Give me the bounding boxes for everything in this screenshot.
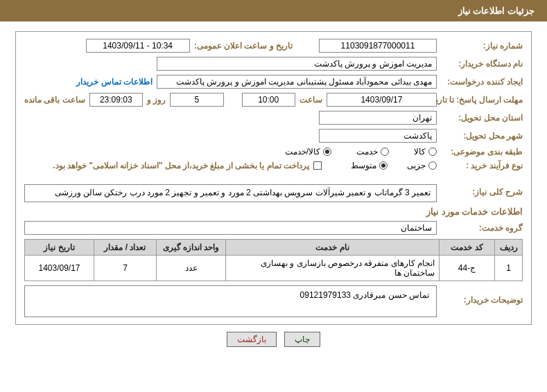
deadline-time-label: ساعت [299,95,322,105]
deadline-days-label: روز و [147,95,166,105]
radio-partial[interactable]: جزیی [407,161,437,170]
th-code: کد خدمت [440,240,495,256]
deadline-days: 5 [170,93,223,107]
need-summary-label: شرح کلی نیاز: [441,184,523,197]
need-number-value: 1103091877000011 [319,39,437,53]
requester-value: مهدی بیدائی محمودآباد مسئول پشتیبانی مدی… [157,75,437,89]
announce-value: 1403/09/11 - 10:34 [86,39,190,53]
buyer-notes-value: تماس حسن میرقادری 09121979133 [24,285,437,317]
need-number-label: شماره نیاز: [441,41,523,51]
deadline-label: مهلت ارسال پاسخ: تا تاریخ: [441,95,523,105]
table-header-row: ردیف کد خدمت نام خدمت واحد اندازه گیری ت… [25,240,523,256]
td-need-date: 1403/09/17 [25,256,94,281]
th-unit: واحد اندازه گیری [157,240,226,256]
td-row: 1 [495,256,523,281]
radio-service-label: خدمت [356,147,378,157]
radio-goods[interactable]: کالا [414,147,437,157]
buyer-notes-label: توضیحات خریدار: [441,285,523,305]
td-code: ج-44 [440,256,495,281]
th-row: ردیف [495,240,523,256]
back-button[interactable]: بازگشت [227,332,277,347]
print-button[interactable]: چاپ [284,332,320,347]
th-name: نام خدمت [226,240,440,256]
th-need-date: تاریخ نیاز [25,240,94,256]
classification-label: طبقه بندی موضوعی: [441,147,523,157]
form-panel: شماره نیاز: 1103091877000011 تاریخ و ساع… [15,31,532,325]
radio-partial-label: جزیی [407,161,426,170]
radio-medium-label: متوسط [351,161,376,170]
radio-both-label: کالا/خدمت [285,147,320,157]
purchase-type-label: نوع فرآیند خرید : [441,161,523,170]
deadline-remaining-label: ساعت باقی مانده [24,95,85,105]
service-group-value: ساختمان [24,221,437,235]
payment-checkbox[interactable] [313,161,322,170]
radio-both[interactable]: کالا/خدمت [285,147,331,157]
td-name: انجام کارهای متفرقه درخصوص بازسازی و بهس… [226,256,440,281]
th-qty: تعداد / مقدار [94,240,157,256]
buyer-org-value: مدیریت اموزش و پرورش پاکدشت [157,57,437,71]
need-summary-value: تعمیر 3 گرماتاب و تعمیر شیرآلات سرویس به… [24,184,437,202]
actions-bar: چاپ بازگشت [15,325,532,354]
radio-service[interactable]: خدمت [356,147,389,157]
city-value: پاکدشت [319,129,437,143]
deadline-time: 10:00 [242,93,295,107]
province-value: تهران [319,111,437,125]
deadline-hhmmss: 23:09:03 [89,93,143,107]
td-unit: عدد [157,256,226,281]
service-group-label: گروه خدمت: [441,223,523,233]
td-qty: 7 [94,256,157,281]
province-label: استان محل تحویل: [441,113,523,123]
deadline-date: 1403/09/17 [327,93,437,107]
page-header: جزئیات اطلاعات نیاز [0,0,547,21]
requester-label: ایجاد کننده درخواست: [441,77,523,87]
radio-goods-label: کالا [414,147,426,157]
radio-medium[interactable]: متوسط [351,161,388,170]
services-section-title: اطلاعات خدمات مورد نیاز [24,206,523,217]
announce-label: تاریخ و ساعت اعلان عمومی: [194,41,293,51]
city-label: شهر محل تحویل: [441,131,523,141]
services-table: ردیف کد خدمت نام خدمت واحد اندازه گیری ت… [24,239,523,281]
payment-note: پرداخت تمام یا بخشی از مبلغ خرید،از محل … [53,161,309,170]
page-title: جزئیات اطلاعات نیاز [458,6,535,16]
buyer-contact-link[interactable]: اطلاعات تماس خریدار [76,77,153,87]
table-row: 1 ج-44 انجام کارهای متفرقه درخصوص بازساز… [25,256,523,281]
buyer-org-label: نام دستگاه خریدار: [441,59,523,69]
